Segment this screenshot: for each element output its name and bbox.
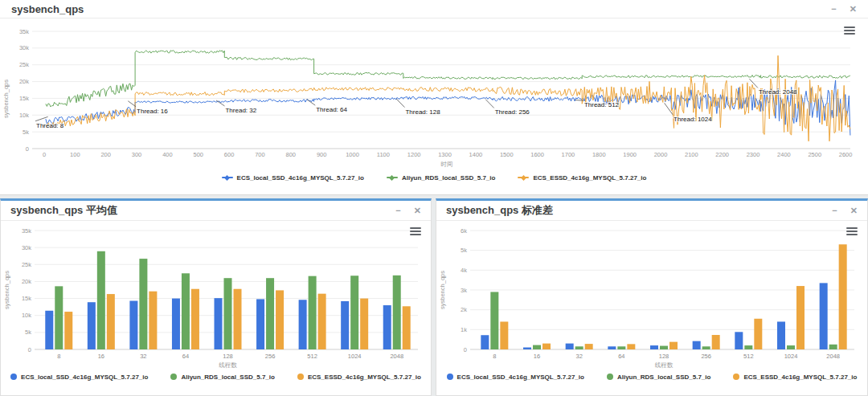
bar-512-green[interactable] [744, 345, 752, 349]
svg-text:700: 700 [255, 151, 265, 158]
bar-128-orange[interactable] [669, 342, 678, 349]
legend-item-orange[interactable]: ECS_ESSD_4c16g_MYSQL_5.7.27_io [733, 374, 857, 381]
svg-text:0: 0 [28, 346, 31, 353]
bar-32-blue[interactable] [129, 301, 137, 349]
svg-text:256: 256 [265, 353, 276, 360]
bar-64-orange[interactable] [627, 344, 635, 349]
annotation-label: Thread: 128 [405, 108, 440, 116]
bar-512-orange[interactable] [318, 294, 326, 349]
svg-text:2100: 2100 [685, 151, 698, 158]
bar-2048-green[interactable] [829, 345, 837, 349]
bar-32-green[interactable] [139, 259, 147, 349]
bar-8-blue[interactable] [45, 311, 53, 349]
panel-sysbench-qps-stddev: sysbench_qps 标准差 − ✕ 01k2k3k4k5k6k816326… [436, 198, 868, 396]
close-icon[interactable]: ✕ [850, 206, 858, 215]
qps-timeline-canvas[interactable]: 05k10k15k20k25k30k35k0100200300400500600… [0, 18, 868, 169]
legend-marker-icon [733, 374, 739, 380]
bar-1024-green[interactable] [350, 276, 358, 349]
minimize-icon[interactable]: − [831, 5, 836, 14]
bar-16-blue[interactable] [88, 302, 96, 349]
bar-16-blue[interactable] [523, 348, 531, 349]
bar-128-blue[interactable] [215, 298, 223, 349]
bar-8-orange[interactable] [64, 312, 72, 349]
bar-256-green[interactable] [702, 346, 710, 349]
hamburger-menu-icon[interactable] [846, 226, 858, 237]
bar-64-green[interactable] [617, 346, 625, 349]
svg-text:16: 16 [534, 353, 540, 360]
bar-1024-green[interactable] [787, 345, 795, 349]
bar-2048-green[interactable] [393, 276, 401, 349]
annotation-label: Thread: 8 [36, 122, 64, 129]
bar-16-orange[interactable] [542, 344, 551, 349]
bar-32-blue[interactable] [566, 344, 574, 349]
legend-item-green[interactable]: Aliyun_RDS_local_SSD_5.7_io [607, 374, 711, 381]
qps-stddev-canvas[interactable]: 01k2k3k4k5k6k816326412825651210242048线程数… [436, 221, 867, 369]
legend-item-green[interactable]: Aliyun_RDS_local_SSD_5.7_io [387, 174, 496, 182]
bar-16-green[interactable] [97, 251, 105, 349]
legend-marker-icon [518, 174, 529, 181]
bar-2048-blue[interactable] [820, 283, 828, 349]
close-icon[interactable]: ✕ [850, 5, 857, 14]
bar-64-blue[interactable] [608, 346, 616, 349]
bar-1024-orange[interactable] [796, 286, 805, 349]
bar-512-blue[interactable] [299, 300, 307, 349]
svg-text:256: 256 [701, 353, 711, 360]
panel-header: sysbench_qps 标准差 − ✕ [436, 201, 867, 221]
legend-label: ECS_local_SSD_4c16g_MYSQL_5.7.27_io [237, 174, 364, 182]
svg-text:1700: 1700 [562, 151, 575, 158]
bar-64-green[interactable] [182, 273, 190, 349]
bar-2048-blue[interactable] [383, 305, 391, 349]
bar-8-blue[interactable] [481, 335, 489, 349]
bar-256-green[interactable] [266, 278, 274, 349]
bar-64-orange[interactable] [191, 289, 199, 349]
bar-8-green[interactable] [490, 292, 498, 349]
bar-8-orange[interactable] [500, 321, 508, 349]
bar-512-green[interactable] [309, 276, 317, 349]
svg-text:2600: 2600 [839, 151, 853, 158]
legend-item-blue[interactable]: ECS_local_SSD_4c16g_MYSQL_5.7.27_io [222, 174, 364, 182]
bar-256-orange[interactable] [712, 335, 720, 349]
bar-256-blue[interactable] [256, 299, 264, 349]
bar-512-blue[interactable] [735, 332, 743, 349]
minimize-icon[interactable]: − [395, 206, 400, 215]
bar-1024-orange[interactable] [360, 299, 368, 349]
bar-128-orange[interactable] [234, 289, 242, 349]
close-icon[interactable]: ✕ [414, 206, 421, 215]
svg-text:600: 600 [224, 151, 235, 158]
bar-64-blue[interactable] [172, 299, 180, 349]
bar-128-blue[interactable] [650, 345, 658, 349]
legend-marker-icon [170, 374, 177, 380]
legend-item-green[interactable]: Aliyun_RDS_local_SSD_5.7_io [170, 374, 275, 381]
hamburger-menu-icon[interactable] [844, 25, 855, 36]
bar-256-blue[interactable] [693, 341, 701, 349]
bar-128-green[interactable] [224, 278, 232, 349]
bar-1024-blue[interactable] [777, 321, 785, 349]
hamburger-menu-icon[interactable] [410, 226, 421, 237]
bar-128-green[interactable] [660, 346, 668, 349]
svg-text:1024: 1024 [784, 353, 798, 360]
bar-2048-orange[interactable] [839, 244, 847, 349]
bar-16-green[interactable] [533, 345, 541, 349]
bar-1024-blue[interactable] [341, 301, 349, 349]
bar-2048-orange[interactable] [403, 306, 411, 349]
legend-item-orange[interactable]: ECS_ESSD_4c16g_MYSQL_5.7.27_io [518, 174, 646, 182]
legend-label: ECS_ESSD_4c16g_MYSQL_5.7.27_io [533, 174, 646, 182]
minimize-icon[interactable]: − [832, 206, 837, 215]
bar-256-orange[interactable] [276, 290, 284, 349]
qps-average-canvas[interactable]: 05k10k15k20k25k30k35k8163264128256512102… [1, 221, 431, 369]
bar-32-green[interactable] [575, 346, 583, 349]
legend-item-blue[interactable]: ECS_local_SSD_4c16g_MYSQL_5.7.27_io [10, 374, 148, 381]
svg-text:20k: 20k [19, 78, 29, 85]
svg-text:512: 512 [743, 353, 754, 360]
panel-header: sysbench_qps − ✕ [0, 0, 868, 18]
legend-label: ECS_local_SSD_4c16g_MYSQL_5.7.27_io [21, 374, 148, 381]
svg-text:25k: 25k [22, 261, 31, 268]
bar-32-orange[interactable] [585, 344, 593, 349]
legend-item-orange[interactable]: ECS_ESSD_4c16g_MYSQL_5.7.27_io [297, 374, 421, 381]
bar-16-orange[interactable] [107, 294, 115, 349]
bar-512-orange[interactable] [754, 319, 762, 349]
legend-item-blue[interactable]: ECS_local_SSD_4c16g_MYSQL_5.7.27_io [447, 374, 584, 381]
bar-8-green[interactable] [55, 286, 63, 349]
annotation-label: Thread: 512 [584, 101, 620, 108]
bar-32-orange[interactable] [149, 292, 157, 349]
